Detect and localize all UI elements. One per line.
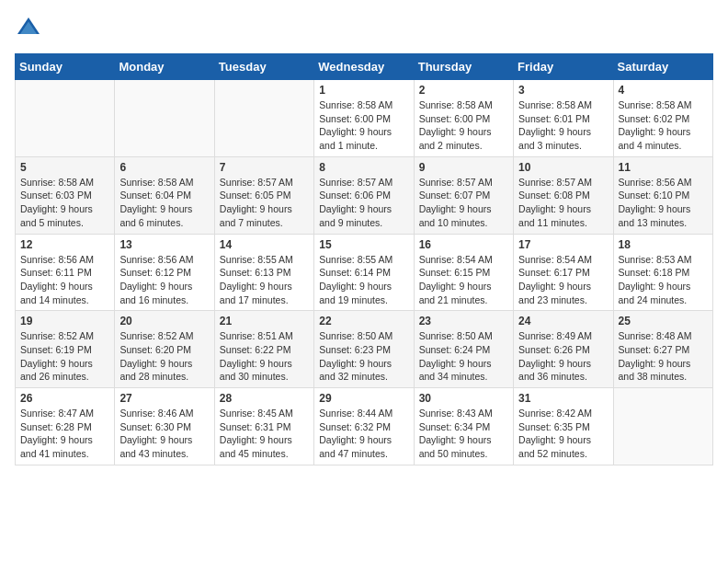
day-number: 5 [20,161,109,174]
day-info: Sunrise: 8:57 AM Sunset: 6:08 PM Dayligh… [518,176,608,230]
calendar-cell: 15Sunrise: 8:55 AM Sunset: 6:14 PM Dayli… [314,234,414,311]
calendar-cell: 9Sunrise: 8:57 AM Sunset: 6:07 PM Daylig… [414,156,513,234]
logo [15,15,46,42]
calendar-cell: 8Sunrise: 8:57 AM Sunset: 6:06 PM Daylig… [314,156,414,234]
day-info: Sunrise: 8:58 AM Sunset: 6:03 PM Dayligh… [20,176,109,230]
day-number: 17 [518,238,608,251]
day-info: Sunrise: 8:52 AM Sunset: 6:19 PM Dayligh… [20,329,109,384]
weekday-header-wednesday: Wednesday [314,54,414,80]
calendar-cell: 12Sunrise: 8:56 AM Sunset: 6:11 PM Dayli… [16,234,115,311]
calendar-cell: 16Sunrise: 8:54 AM Sunset: 6:15 PM Dayli… [414,234,513,311]
day-number: 19 [20,315,109,327]
calendar-cell: 20Sunrise: 8:52 AM Sunset: 6:20 PM Dayli… [115,311,214,388]
calendar-cell: 22Sunrise: 8:50 AM Sunset: 6:23 PM Dayli… [314,311,414,388]
day-info: Sunrise: 8:58 AM Sunset: 6:00 PM Dayligh… [419,98,508,153]
logo-icon [15,15,42,42]
calendar-week-row: 12Sunrise: 8:56 AM Sunset: 6:11 PM Dayli… [16,234,713,311]
day-number: 3 [518,84,608,97]
day-number: 21 [220,315,309,327]
calendar-cell: 4Sunrise: 8:58 AM Sunset: 6:02 PM Daylig… [613,80,712,157]
day-number: 12 [20,238,109,251]
calendar-cell: 14Sunrise: 8:55 AM Sunset: 6:13 PM Dayli… [214,234,313,311]
calendar-cell [613,388,712,465]
day-number: 7 [220,161,309,174]
day-info: Sunrise: 8:58 AM Sunset: 6:04 PM Dayligh… [119,176,209,230]
calendar-week-row: 5Sunrise: 8:58 AM Sunset: 6:03 PM Daylig… [16,156,713,234]
day-number: 26 [20,392,109,405]
day-number: 25 [619,315,708,327]
header [15,15,713,42]
day-number: 27 [119,392,209,405]
day-info: Sunrise: 8:46 AM Sunset: 6:30 PM Dayligh… [119,407,209,461]
day-number: 11 [619,161,708,174]
calendar-cell: 25Sunrise: 8:48 AM Sunset: 6:27 PM Dayli… [613,311,712,388]
day-info: Sunrise: 8:45 AM Sunset: 6:31 PM Dayligh… [220,407,309,461]
calendar-cell [214,80,313,157]
calendar-cell: 23Sunrise: 8:50 AM Sunset: 6:24 PM Dayli… [414,311,513,388]
day-info: Sunrise: 8:56 AM Sunset: 6:11 PM Dayligh… [20,253,109,307]
day-info: Sunrise: 8:48 AM Sunset: 6:27 PM Dayligh… [619,329,708,384]
calendar-cell: 3Sunrise: 8:58 AM Sunset: 6:01 PM Daylig… [514,80,613,157]
calendar-cell: 18Sunrise: 8:53 AM Sunset: 6:18 PM Dayli… [613,234,712,311]
day-info: Sunrise: 8:51 AM Sunset: 6:22 PM Dayligh… [220,329,309,384]
calendar-cell: 13Sunrise: 8:56 AM Sunset: 6:12 PM Dayli… [115,234,214,311]
day-number: 28 [220,392,309,405]
calendar-cell: 29Sunrise: 8:44 AM Sunset: 6:32 PM Dayli… [314,388,414,465]
calendar-week-row: 26Sunrise: 8:47 AM Sunset: 6:28 PM Dayli… [16,388,713,465]
day-number: 20 [119,315,209,327]
calendar-cell: 24Sunrise: 8:49 AM Sunset: 6:26 PM Dayli… [514,311,613,388]
day-number: 29 [319,392,408,405]
calendar-cell [16,80,115,157]
weekday-header-sunday: Sunday [16,54,115,80]
calendar-cell: 28Sunrise: 8:45 AM Sunset: 6:31 PM Dayli… [214,388,313,465]
calendar-week-row: 19Sunrise: 8:52 AM Sunset: 6:19 PM Dayli… [16,311,713,388]
day-number: 22 [319,315,408,327]
day-info: Sunrise: 8:55 AM Sunset: 6:13 PM Dayligh… [220,253,309,307]
day-info: Sunrise: 8:58 AM Sunset: 6:02 PM Dayligh… [619,98,708,153]
calendar-cell: 7Sunrise: 8:57 AM Sunset: 6:05 PM Daylig… [214,156,313,234]
day-info: Sunrise: 8:55 AM Sunset: 6:14 PM Dayligh… [319,253,408,307]
day-info: Sunrise: 8:44 AM Sunset: 6:32 PM Dayligh… [319,407,408,461]
calendar-week-row: 1Sunrise: 8:58 AM Sunset: 6:00 PM Daylig… [16,80,713,157]
day-number: 18 [619,238,708,251]
calendar-cell: 30Sunrise: 8:43 AM Sunset: 6:34 PM Dayli… [414,388,513,465]
calendar-cell: 10Sunrise: 8:57 AM Sunset: 6:08 PM Dayli… [514,156,613,234]
day-info: Sunrise: 8:43 AM Sunset: 6:34 PM Dayligh… [419,407,508,461]
day-number: 30 [419,392,508,405]
calendar-cell: 2Sunrise: 8:58 AM Sunset: 6:00 PM Daylig… [414,80,513,157]
day-number: 31 [518,392,608,405]
day-info: Sunrise: 8:42 AM Sunset: 6:35 PM Dayligh… [518,407,608,461]
day-info: Sunrise: 8:54 AM Sunset: 6:17 PM Dayligh… [518,253,608,307]
day-info: Sunrise: 8:56 AM Sunset: 6:12 PM Dayligh… [119,253,209,307]
day-info: Sunrise: 8:49 AM Sunset: 6:26 PM Dayligh… [518,329,608,384]
day-number: 23 [419,315,508,327]
calendar-cell: 27Sunrise: 8:46 AM Sunset: 6:30 PM Dayli… [115,388,214,465]
day-info: Sunrise: 8:54 AM Sunset: 6:15 PM Dayligh… [419,253,508,307]
weekday-header-saturday: Saturday [613,54,712,80]
day-info: Sunrise: 8:52 AM Sunset: 6:20 PM Dayligh… [119,329,209,384]
day-number: 1 [319,84,408,97]
day-info: Sunrise: 8:50 AM Sunset: 6:24 PM Dayligh… [419,329,508,384]
day-info: Sunrise: 8:57 AM Sunset: 6:07 PM Dayligh… [419,176,508,230]
weekday-header-monday: Monday [115,54,214,80]
day-number: 24 [518,315,608,327]
calendar-cell: 31Sunrise: 8:42 AM Sunset: 6:35 PM Dayli… [514,388,613,465]
day-number: 16 [419,238,508,251]
day-info: Sunrise: 8:57 AM Sunset: 6:06 PM Dayligh… [319,176,408,230]
calendar-cell: 11Sunrise: 8:56 AM Sunset: 6:10 PM Dayli… [613,156,712,234]
day-info: Sunrise: 8:47 AM Sunset: 6:28 PM Dayligh… [20,407,109,461]
day-number: 9 [419,161,508,174]
day-number: 15 [319,238,408,251]
calendar-cell: 17Sunrise: 8:54 AM Sunset: 6:17 PM Dayli… [514,234,613,311]
calendar-cell: 21Sunrise: 8:51 AM Sunset: 6:22 PM Dayli… [214,311,313,388]
calendar-cell: 1Sunrise: 8:58 AM Sunset: 6:00 PM Daylig… [314,80,414,157]
day-number: 6 [119,161,209,174]
day-info: Sunrise: 8:50 AM Sunset: 6:23 PM Dayligh… [319,329,408,384]
day-info: Sunrise: 8:58 AM Sunset: 6:01 PM Dayligh… [518,98,608,153]
day-info: Sunrise: 8:57 AM Sunset: 6:05 PM Dayligh… [220,176,309,230]
calendar-table: SundayMondayTuesdayWednesdayThursdayFrid… [15,53,713,465]
calendar-cell: 5Sunrise: 8:58 AM Sunset: 6:03 PM Daylig… [16,156,115,234]
calendar-cell [115,80,214,157]
calendar-cell: 19Sunrise: 8:52 AM Sunset: 6:19 PM Dayli… [16,311,115,388]
day-number: 2 [419,84,508,97]
